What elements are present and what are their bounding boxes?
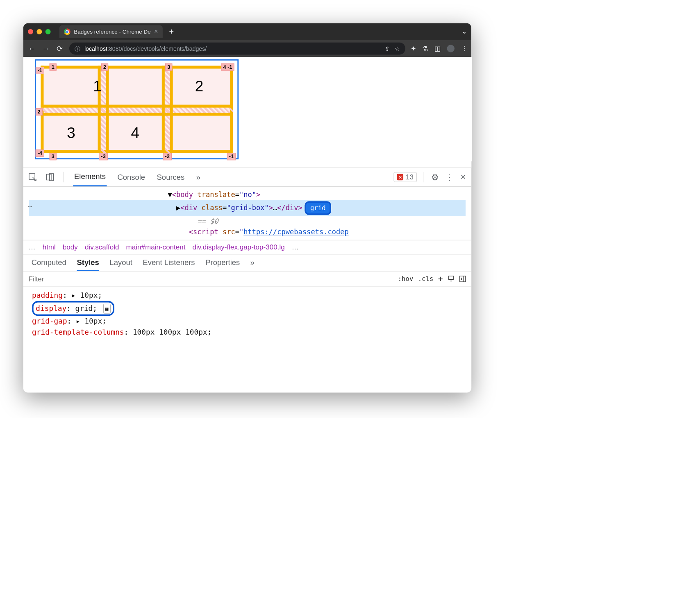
dom-node-body[interactable]: ▼<body translate="no"> [29, 190, 466, 200]
grid-cell-1: 1 [93, 77, 102, 95]
grid-label: -2 [163, 153, 172, 160]
crumb-scaffold[interactable]: div.scaffold [85, 243, 119, 251]
crumb-body[interactable]: body [63, 243, 78, 251]
tab-close-button[interactable]: × [154, 28, 158, 35]
grid-editor-icon[interactable]: ▦ [103, 304, 111, 313]
tabs-dropdown-icon[interactable]: ⌄ [461, 28, 467, 35]
close-window-button[interactable] [28, 29, 33, 34]
address-bar[interactable]: ⓘ localhost:8080/docs/devtools/elements/… [69, 43, 405, 55]
back-button[interactable]: ← [27, 44, 36, 53]
new-rule-button[interactable]: + [438, 274, 443, 283]
css-decl-display[interactable]: display: grid; ▦ [32, 301, 463, 316]
hov-toggle[interactable]: :hov [398, 275, 414, 283]
new-tab-button[interactable]: + [169, 27, 174, 36]
browser-toolbar: ← → ⟳ ⓘ localhost:8080/docs/devtools/ele… [23, 40, 471, 57]
css-rules[interactable]: padding: ▸ 10px; display: grid; ▦ grid-g… [23, 286, 471, 341]
breadcrumb-overflow-left[interactable]: … [29, 243, 36, 251]
forward-button[interactable]: → [41, 44, 50, 53]
panel-toggle-icon[interactable] [459, 275, 466, 282]
devtools-close-icon[interactable]: ✕ [460, 173, 466, 181]
grid-cell-4: 4 [131, 124, 140, 141]
grid-label: -3 [99, 153, 107, 160]
tab-elements[interactable]: Elements [73, 168, 107, 186]
dom-eq0: == $0 [29, 216, 466, 227]
grid-label: 2 [36, 108, 43, 116]
tab-layout[interactable]: Layout [109, 258, 132, 271]
styles-filter-row: :hov .cls + [23, 271, 471, 286]
devtools-toolbar: Elements Console Sources » ✕ 13 ⚙ ⋮ ✕ [23, 168, 471, 187]
styles-filter-input[interactable] [23, 275, 393, 283]
tab-styles[interactable]: Styles [77, 258, 99, 271]
grid-label: 1 [50, 63, 57, 71]
tab-computed[interactable]: Computed [32, 258, 66, 271]
page-viewport: 1 2 3 4 -1 1 2 3 4 -1 2 -4 3 -3 -2 -1 [23, 57, 471, 168]
dom-breadcrumb[interactable]: … html body div.scaffold main#main-conte… [23, 240, 471, 255]
side-panel-icon[interactable]: ◫ [434, 45, 441, 52]
site-info-icon[interactable]: ⓘ [75, 45, 80, 52]
paint-icon[interactable] [448, 275, 455, 282]
settings-icon[interactable]: ⚙ [431, 172, 439, 182]
menu-icon[interactable]: ⋮ [461, 45, 468, 52]
grid-badge[interactable]: grid [305, 201, 332, 215]
tab-properties[interactable]: Properties [205, 258, 240, 271]
grid-overlay: 1 2 3 4 [41, 66, 233, 153]
reload-button[interactable]: ⟳ [55, 44, 64, 53]
svg-rect-3 [449, 276, 453, 279]
maximize-window-button[interactable] [45, 29, 51, 34]
window-controls [28, 29, 50, 34]
css-decl-padding[interactable]: padding: ▸ 10px; [32, 290, 463, 301]
profile-avatar[interactable] [447, 45, 455, 52]
bookmark-icon[interactable]: ☆ [395, 45, 400, 52]
css-decl-grid-template-columns[interactable]: grid-template-columns: 100px 100px 100px… [32, 327, 463, 338]
grid-label: 2 [101, 63, 108, 71]
tab-sources[interactable]: Sources [156, 168, 186, 186]
minimize-window-button[interactable] [36, 29, 42, 34]
svg-rect-4 [460, 276, 466, 281]
labs-icon[interactable]: ⚗ [422, 45, 428, 52]
tab-event-listeners[interactable]: Event Listeners [143, 258, 195, 271]
grid-label: -4 [36, 150, 44, 157]
styles-panel-tabs: Computed Styles Layout Event Listeners P… [23, 254, 471, 271]
grid-cell-2: 2 [195, 77, 204, 95]
grid-cell-3: 3 [67, 124, 75, 141]
url-host: localhost [84, 45, 107, 52]
crumb-html[interactable]: html [43, 243, 56, 251]
device-toggle-icon[interactable] [46, 173, 54, 181]
grid-label: -1 [36, 67, 44, 74]
error-count-badge[interactable]: ✕ 13 [394, 172, 417, 182]
toolbar-actions: ✦ ⚗ ◫ ⋮ [411, 45, 467, 52]
devtools-menu-icon[interactable]: ⋮ [446, 172, 453, 181]
grid-label: 3 [165, 63, 172, 71]
crumb-flex[interactable]: div.display-flex.gap-top-300.lg [193, 243, 285, 251]
share-icon[interactable]: ⇪ [385, 45, 390, 52]
grid-label: -1 [227, 153, 236, 160]
grid-label: 4 -1 [221, 63, 234, 71]
error-count: 13 [406, 173, 414, 181]
chrome-icon [64, 29, 70, 35]
css-decl-grid-gap[interactable]: grid-gap: ▸ 10px; [32, 316, 463, 327]
inspect-icon[interactable] [29, 173, 37, 181]
dom-tree[interactable]: ▼<body translate="no"> ▶<div class="grid… [23, 187, 471, 240]
url-path: :8080/docs/devtools/elements/badges/ [107, 45, 207, 52]
browser-window: Badges reference - Chrome De × + ⌄ ← → ⟳… [23, 23, 471, 393]
crumb-main[interactable]: main#main-content [126, 243, 186, 251]
styles-tabs-overflow[interactable]: » [250, 258, 255, 271]
breadcrumb-overflow-right[interactable]: … [292, 243, 299, 251]
cls-toggle[interactable]: .cls [418, 275, 434, 283]
titlebar: Badges reference - Chrome De × + ⌄ [23, 23, 471, 40]
extensions-icon[interactable]: ✦ [411, 45, 416, 52]
svg-rect-1 [47, 174, 51, 180]
tab-console[interactable]: Console [116, 168, 146, 186]
grid-label: 3 [50, 153, 57, 160]
browser-tab[interactable]: Badges reference - Chrome De × [59, 25, 163, 38]
dom-node-script[interactable]: <script src="https://cpwebassets.codep [29, 227, 466, 237]
tabs-overflow[interactable]: » [195, 168, 202, 186]
tab-title: Badges reference - Chrome De [74, 29, 150, 35]
error-icon: ✕ [397, 174, 404, 181]
dom-node-selected[interactable]: ▶<div class="grid-box">…</div>grid [29, 200, 466, 216]
